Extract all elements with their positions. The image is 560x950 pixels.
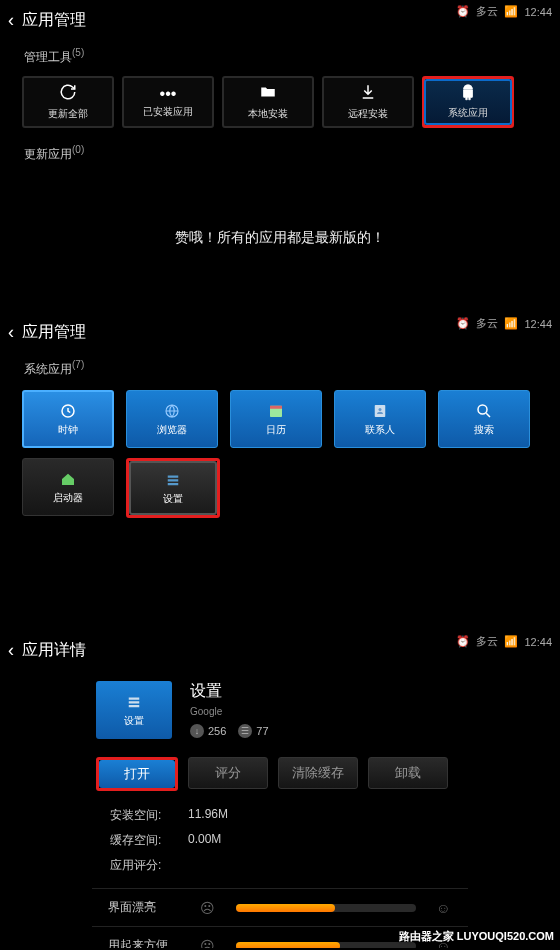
rate-button[interactable]: 评分	[188, 757, 268, 789]
globe-icon	[159, 402, 185, 420]
sad-face-icon: ☹	[200, 900, 216, 916]
svg-rect-10	[129, 697, 140, 699]
calendar-icon	[263, 402, 289, 420]
app-settings[interactable]: 设置	[129, 461, 217, 515]
app-label: 时钟	[58, 423, 78, 437]
time-text: 12:44	[524, 636, 552, 648]
app-clock[interactable]: 时钟	[22, 390, 114, 448]
app-label: 设置	[163, 492, 183, 506]
status-bar: ⏰ 多云 📶 12:44	[456, 316, 552, 331]
refresh-icon	[59, 83, 77, 105]
stat-downloads: ↓256	[190, 724, 226, 738]
rating-bar	[236, 942, 416, 949]
download-icon	[359, 83, 377, 105]
search-icon	[471, 402, 497, 420]
tile-label: 更新全部	[48, 107, 88, 121]
clock-icon	[55, 402, 81, 420]
app-settings-highlight: 设置	[126, 458, 220, 518]
dots-icon: •••	[160, 85, 177, 103]
app-label: 日历	[266, 423, 286, 437]
app-contacts[interactable]: 联系人	[334, 390, 426, 448]
svg-rect-11	[129, 701, 140, 703]
cache-space-row: 缓存空间:0.00M	[0, 828, 560, 853]
rating-row-ui: 界面漂亮 ☹ ☺	[92, 888, 468, 926]
svg-rect-8	[168, 479, 179, 481]
clear-cache-button[interactable]: 清除缓存	[278, 757, 358, 789]
contacts-icon	[367, 402, 393, 420]
folder-icon	[259, 83, 277, 105]
empty-message: 赞哦！所有的应用都是最新版的！	[0, 229, 560, 247]
tile-local-install[interactable]: 本地安装	[222, 76, 314, 128]
screen-system-apps: ⏰ 多云 📶 12:44 ‹ 应用管理 系统应用(7) 时钟 浏览器 日历 联系…	[0, 312, 560, 630]
tile-update-all[interactable]: 更新全部	[22, 76, 114, 128]
happy-face-icon: ☺	[436, 900, 452, 916]
tile-label: 系统应用	[448, 106, 488, 120]
tool-tile-row: 更新全部 ••• 已安装应用 本地安装 远程安装 系统应用	[0, 76, 560, 128]
app-label: 浏览器	[157, 423, 187, 437]
watermark: 路由器之家 LUYOUQI520.COM	[399, 929, 554, 944]
time-text: 12:44	[524, 6, 552, 18]
app-row-1: 时钟 浏览器 日历 联系人 搜索	[0, 390, 560, 448]
app-vendor: Google	[190, 706, 269, 717]
weather-text: 多云	[476, 4, 498, 19]
settings-icon	[121, 693, 147, 711]
tile-system-apps[interactable]: 系统应用	[422, 76, 514, 128]
back-icon[interactable]: ‹	[8, 640, 14, 661]
tile-label: 远程安装	[348, 107, 388, 121]
weather-text: 多云	[476, 634, 498, 649]
app-rating-row: 应用评分:	[0, 853, 560, 878]
wifi-icon: 📶	[504, 317, 518, 330]
tile-remote-install[interactable]: 远程安装	[322, 76, 414, 128]
section-label-tools: 管理工具(5)	[0, 41, 560, 72]
alarm-icon: ⏰	[456, 5, 470, 18]
app-icon-label: 设置	[124, 714, 144, 728]
uninstall-button[interactable]: 卸载	[368, 757, 448, 789]
app-label: 联系人	[365, 423, 395, 437]
back-icon[interactable]: ‹	[8, 322, 14, 343]
tile-installed[interactable]: ••• 已安装应用	[122, 76, 214, 128]
svg-point-5	[379, 408, 382, 411]
action-buttons: 打开 评分 清除缓存 卸载	[0, 757, 560, 791]
page-title: 应用管理	[22, 10, 86, 31]
page-title: 应用管理	[22, 322, 86, 343]
app-label: 搜索	[474, 423, 494, 437]
app-calendar[interactable]: 日历	[230, 390, 322, 448]
install-space-row: 安装空间:11.96M	[0, 803, 560, 828]
open-button-highlight: 打开	[96, 757, 178, 791]
section-label-updates: 更新应用(0)	[0, 138, 560, 169]
weather-text: 多云	[476, 316, 498, 331]
svg-rect-3	[270, 405, 282, 408]
detail-header: 设置 设置 Google ↓256 ☰77	[0, 671, 560, 749]
section-label-system: 系统应用(7)	[0, 353, 560, 384]
wifi-icon: 📶	[504, 5, 518, 18]
settings-icon	[160, 471, 186, 489]
svg-rect-9	[168, 483, 179, 485]
storage-info: 安装空间:11.96M 缓存空间:0.00M 应用评分:	[0, 803, 560, 878]
back-icon[interactable]: ‹	[8, 10, 14, 31]
sad-face-icon: ☹	[200, 938, 216, 949]
stat-ratings: ☰77	[238, 724, 268, 738]
home-icon	[55, 470, 81, 488]
alarm-icon: ⏰	[456, 317, 470, 330]
download-badge-icon: ↓	[190, 724, 204, 738]
tile-label: 已安装应用	[143, 105, 193, 119]
status-bar: ⏰ 多云 📶 12:44	[456, 4, 552, 19]
open-button[interactable]: 打开	[99, 760, 175, 788]
app-name: 设置	[190, 681, 269, 702]
svg-rect-7	[168, 475, 179, 477]
app-launcher[interactable]: 启动器	[22, 458, 114, 516]
app-browser[interactable]: 浏览器	[126, 390, 218, 448]
status-bar: ⏰ 多云 📶 12:44	[456, 634, 552, 649]
app-search[interactable]: 搜索	[438, 390, 530, 448]
android-icon	[459, 84, 477, 106]
screen-app-detail: ⏰ 多云 📶 12:44 ‹ 应用详情 设置 设置 Google ↓256 ☰7…	[0, 630, 560, 948]
page-title: 应用详情	[22, 640, 86, 661]
rating-badge-icon: ☰	[238, 724, 252, 738]
app-stats: ↓256 ☰77	[190, 724, 269, 738]
rating-bar	[236, 904, 416, 912]
tile-label: 本地安装	[248, 107, 288, 121]
app-icon-tile: 设置	[96, 681, 172, 739]
app-row-2: 启动器 设置	[0, 458, 560, 518]
screen-app-management-tools: ⏰ 多云 📶 12:44 ‹ 应用管理 管理工具(5) 更新全部 ••• 已安装…	[0, 0, 560, 312]
svg-rect-12	[129, 705, 140, 707]
